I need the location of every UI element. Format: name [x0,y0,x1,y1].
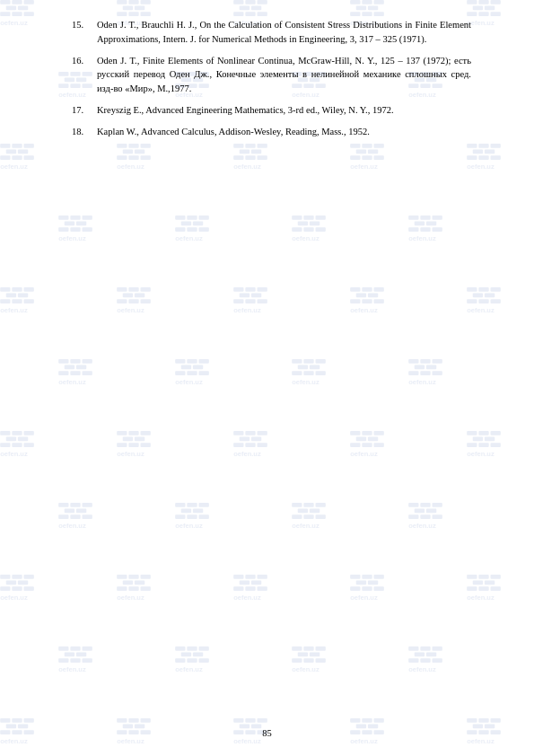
page-container: oefen.uz oefen.uz [0,0,534,756]
ref-number-15: 15. [72,18,97,47]
ref-text-16: Oden J. T., Finite Elements of Nonlinear… [97,54,471,96]
list-item: 18. Kaplan W., Advanced Calculus, Addiso… [72,125,471,139]
ref-number-18: 18. [72,125,97,139]
ref-text-17: Kreyszig E., Advanced Engineering Mathem… [97,103,471,118]
references-list: 15. Oden J. T., Brauchli H. J., On the C… [72,18,471,138]
main-content: 15. Oden J. T., Brauchli H. J., On the C… [0,0,534,756]
ref-text-18: Kaplan W., Advanced Calculus, Addison-We… [97,125,471,139]
ref-text-15: Oden J. T., Brauchli H. J., On the Calcu… [97,18,471,47]
list-item: 16. Oden J. T., Finite Elements of Nonli… [72,54,471,96]
ref-number-16: 16. [72,54,97,96]
list-item: 15. Oden J. T., Brauchli H. J., On the C… [72,18,471,47]
page-number: 85 [262,728,272,738]
ref-number-17: 17. [72,103,97,118]
list-item: 17. Kreyszig E., Advanced Engineering Ma… [72,103,471,118]
